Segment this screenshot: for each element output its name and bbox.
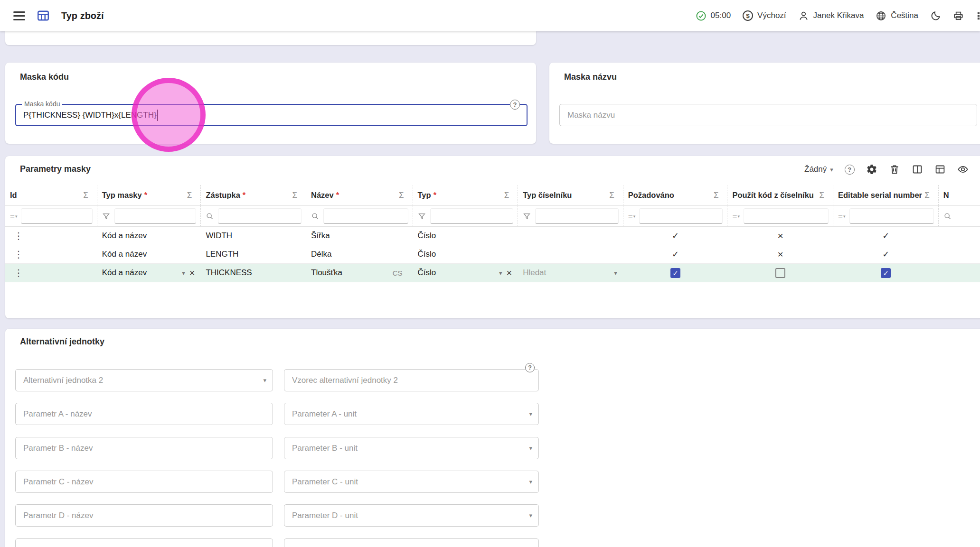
dark-mode-icon[interactable] bbox=[930, 10, 941, 21]
filter-input-nazev[interactable] bbox=[323, 208, 408, 224]
equals-filter-icon[interactable]: =▾ bbox=[838, 212, 845, 221]
equals-filter-icon[interactable]: =▾ bbox=[10, 212, 17, 221]
chevron-down-icon[interactable]: ▾ bbox=[529, 410, 532, 417]
cell-pozadovano[interactable]: ✓ bbox=[623, 245, 728, 263]
row-menu-icon[interactable]: ⋮ bbox=[10, 231, 23, 241]
user-menu[interactable]: Janek Křikava bbox=[798, 10, 864, 21]
profile-selector[interactable]: $ Výchozí bbox=[743, 10, 786, 21]
filter-input-typ[interactable] bbox=[430, 208, 514, 224]
sigma-icon[interactable]: Σ bbox=[504, 191, 509, 200]
vzorec-alternativni-jednotky-input[interactable] bbox=[284, 370, 538, 391]
cell-editable[interactable]: ✓ bbox=[833, 227, 939, 245]
next-row-left-field-partial[interactable] bbox=[15, 538, 273, 547]
row-menu-icon[interactable]: ⋮ bbox=[10, 268, 23, 278]
filter-input-editable[interactable] bbox=[849, 208, 934, 224]
cell-typ-masky-editor[interactable]: Kód a název ▾ × bbox=[97, 264, 201, 282]
search-filter-icon[interactable] bbox=[311, 212, 320, 221]
visibility-icon[interactable] bbox=[957, 164, 969, 175]
sigma-icon[interactable]: Σ bbox=[714, 191, 719, 200]
filter-input-pozadovano[interactable] bbox=[639, 208, 723, 224]
chevron-down-icon[interactable]: ▾ bbox=[529, 478, 532, 485]
parametr-c-nazev-input[interactable] bbox=[16, 471, 273, 492]
checkbox-checked[interactable]: ✓ bbox=[881, 268, 891, 278]
chevron-down-icon[interactable]: ▾ bbox=[182, 269, 185, 277]
cell-pouzit-kod[interactable]: × bbox=[727, 245, 833, 263]
maska-kodu-input[interactable]: Maska kódu P{THICKNESS} {WIDTH}x{LENGTH}… bbox=[15, 104, 528, 126]
cell-pozadovano-editor[interactable]: ✓ bbox=[623, 264, 728, 282]
column-header-editable-serial[interactable]: Editable serial number Σ bbox=[833, 185, 939, 205]
sigma-icon[interactable]: Σ bbox=[820, 191, 825, 200]
cell-typ[interactable]: Číslo bbox=[413, 245, 518, 263]
row-menu-icon[interactable]: ⋮ bbox=[10, 250, 23, 259]
table-row-length[interactable]: ⋮ Kód a název LENGTH Délka Číslo ✓ × ✓ bbox=[5, 245, 980, 264]
cell-typ[interactable]: Číslo bbox=[413, 227, 518, 245]
language-selector[interactable]: Čeština bbox=[876, 10, 918, 21]
funnel-filter-icon[interactable] bbox=[418, 212, 426, 221]
column-header-typ-masky[interactable]: Typ masky * Σ bbox=[97, 185, 201, 205]
column-header-typ-ciselniku[interactable]: Typ číselníku Σ bbox=[518, 185, 623, 205]
cell-editable-editor[interactable]: ✓ bbox=[833, 264, 939, 282]
cell-nazev-editor[interactable]: Tloušťka CS bbox=[306, 264, 413, 282]
sigma-icon[interactable]: Σ bbox=[187, 191, 192, 200]
filter-input-zastupka[interactable] bbox=[218, 208, 302, 224]
parameter-c-unit-input[interactable] bbox=[284, 471, 538, 492]
cell-zastupka[interactable]: WIDTH bbox=[201, 227, 306, 245]
chevron-down-icon[interactable]: ▾ bbox=[614, 269, 617, 277]
alternativni-jednotka-2-input[interactable] bbox=[16, 370, 273, 391]
cell-pouzit-kod[interactable]: × bbox=[727, 227, 833, 245]
chevron-down-icon[interactable]: ▾ bbox=[529, 445, 532, 452]
column-header-cut[interactable]: N bbox=[939, 185, 980, 205]
filter-input-id[interactable] bbox=[21, 208, 92, 224]
equals-filter-icon[interactable]: =▾ bbox=[732, 212, 739, 221]
parameter-b-unit-input[interactable] bbox=[284, 437, 538, 459]
cell-typ-ciselniku[interactable] bbox=[518, 245, 623, 263]
table-row-width[interactable]: ⋮ Kód a název WIDTH Šířka Číslo ✓ × ✓ bbox=[5, 227, 980, 245]
print-icon[interactable] bbox=[953, 10, 964, 21]
cell-nazev[interactable]: Šířka bbox=[306, 227, 413, 245]
cell-zastupka-editor[interactable]: THICKNESS bbox=[201, 264, 306, 282]
sigma-icon[interactable]: Σ bbox=[399, 191, 404, 200]
parametr-a-nazev-input[interactable] bbox=[16, 403, 273, 425]
chevron-down-icon[interactable]: ▾ bbox=[499, 269, 502, 277]
funnel-filter-icon[interactable] bbox=[102, 212, 111, 221]
cell-pozadovano[interactable]: ✓ bbox=[623, 227, 728, 245]
search-filter-icon[interactable] bbox=[206, 212, 214, 221]
cell-pouzit-kod-editor[interactable] bbox=[727, 264, 833, 282]
help-icon[interactable]: ? bbox=[510, 100, 520, 110]
help-icon[interactable]: ? bbox=[525, 363, 535, 372]
cell-nazev[interactable]: Délka bbox=[306, 245, 413, 263]
parametr-b-nazev-input[interactable] bbox=[16, 437, 273, 459]
status-time[interactable]: 05:00 bbox=[696, 10, 731, 21]
funnel-filter-icon[interactable] bbox=[523, 212, 531, 221]
maska-nazvu-input[interactable] bbox=[560, 104, 977, 126]
search-filter-icon[interactable] bbox=[943, 212, 952, 221]
cell-typ-editor[interactable]: Číslo ▾ × bbox=[413, 264, 518, 282]
sigma-icon[interactable]: Σ bbox=[924, 191, 930, 200]
layout-icon[interactable] bbox=[934, 164, 946, 175]
filter-input-typ-ciselniku[interactable] bbox=[535, 208, 619, 224]
equals-filter-icon[interactable]: =▾ bbox=[628, 212, 635, 221]
column-chooser-icon[interactable] bbox=[912, 164, 923, 175]
cell-typ-masky[interactable]: Kód a název bbox=[97, 245, 201, 263]
cell-typ-masky[interactable]: Kód a název bbox=[97, 227, 201, 245]
column-header-id[interactable]: Id Σ bbox=[5, 185, 97, 205]
parametr-d-nazev-input[interactable] bbox=[16, 505, 273, 526]
sigma-icon[interactable]: Σ bbox=[83, 191, 88, 200]
parameter-d-unit-input[interactable] bbox=[284, 505, 538, 526]
settings-icon[interactable] bbox=[866, 164, 877, 175]
sigma-icon[interactable]: Σ bbox=[292, 191, 297, 200]
menu-icon[interactable] bbox=[13, 11, 25, 20]
chevron-down-icon[interactable]: ▾ bbox=[529, 512, 532, 519]
cell-editable[interactable]: ✓ bbox=[833, 245, 939, 263]
checkbox-checked[interactable]: ✓ bbox=[670, 268, 680, 278]
filter-input-typ-masky[interactable] bbox=[114, 208, 197, 224]
grid-help-icon[interactable]: ? bbox=[845, 165, 855, 175]
cell-zastupka[interactable]: LENGTH bbox=[201, 245, 306, 263]
column-header-pouzit-kod[interactable]: Použít kód z číselníku Σ bbox=[727, 185, 833, 205]
clear-icon[interactable]: × bbox=[506, 268, 512, 278]
table-row-thickness-editing[interactable]: ⋮ Kód a název ▾ × THICKNESS Tloušťka CS … bbox=[5, 264, 980, 282]
column-header-nazev[interactable]: Název * Σ bbox=[306, 185, 413, 205]
checkbox-unchecked[interactable] bbox=[775, 268, 785, 278]
column-header-zastupka[interactable]: Zástupka * Σ bbox=[201, 185, 306, 205]
cell-typ-ciselniku[interactable] bbox=[518, 227, 623, 245]
